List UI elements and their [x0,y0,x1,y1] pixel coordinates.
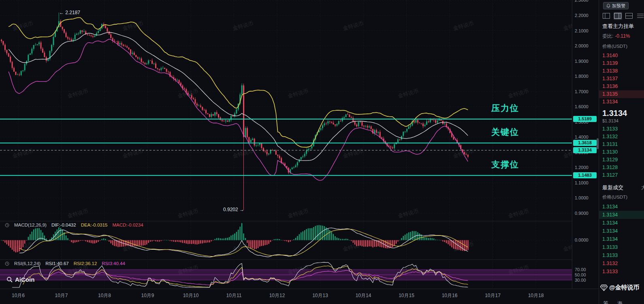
bid-row[interactable]: 1.3127 [599,171,644,179]
last-price-badge: 1.3134 [573,147,597,153]
trade-row[interactable]: 1.3133 [599,268,644,276]
last-price-block: 1.3134 $1.3134 [599,106,644,125]
price-axis-label: 1.4000 [575,135,589,139]
price-axis-label: 0.9000 [575,211,589,216]
aicoin-logo-text: AiCoin [15,276,34,283]
trade-row[interactable]: 1.3134 [599,227,644,235]
ask-row[interactable]: 1.3134 [599,98,644,106]
candles-layer [1,13,469,210]
macd-dif-value: DIF:-0.0432 [51,223,76,227]
bell-icon [606,4,610,8]
rsi-legend: RSI(6,12,24) RSI1:40.67 RSI2:36.12 RSI3:… [5,261,125,266]
time-axis-label: 10月8 [98,292,111,299]
bid-row[interactable]: 1.3132 [599,133,644,141]
trade-list: 1.31341.31341.31341.31341.31341.31331.31… [599,203,644,276]
trade-size-filter[interactable]: 大 [641,183,644,192]
trade-row[interactable]: 1.3132 [599,259,644,268]
rsi-title: RSI(6,12,24) [14,261,41,266]
last-price-usd: $1.3134 [602,118,644,124]
trades-price-header: 价格(USDT) [599,192,644,203]
chart-region[interactable]: 金特说币金特说币金特说币金特说币金特说币金特说币金特说币金特说币金特说币金特说币… [0,0,572,304]
ask-row[interactable]: 1.3137 [599,75,644,83]
time-axis-label: 10月13 [312,292,328,299]
add-alert-label: 加预警 [612,3,625,9]
aicoin-logo: AiCoin [6,276,34,283]
price-axis-label: 1.6000 [575,104,589,109]
time-axis-label: 10月11 [226,292,242,299]
sidebar-toolbar: 加预警 [599,0,644,11]
sidebar-bottom-tabs: 筹海 [603,300,623,304]
ask-list: 1.31401.31391.31381.31371.31361.31351.31… [599,52,644,106]
axis-separator [0,289,599,289]
layout-left-panel-icon[interactable] [602,12,611,20]
rsi-30-label: 30.00 [575,278,586,283]
magnifier-icon [6,276,13,283]
trade-row[interactable]: 1.3134 [599,211,644,219]
key-price-badge: 1.3618 [573,140,597,146]
price-axis-label: 2.0000 [575,43,589,48]
ask-row[interactable]: 1.3138 [599,67,644,75]
time-axis[interactable]: 10月610月710月810月910月1010月1110月1210月1310月1… [0,289,572,304]
macd-zero-label: 0.0000 [575,238,589,242]
price-axis-label: 2.1000 [575,28,589,33]
pressure-price-badge: 1.5189 [573,116,597,122]
bottom-tab[interactable]: 筹 [603,300,608,304]
macd-legend: MACD(12,26,9) DIF:-0.0432 DEA:-0.0315 MA… [5,223,143,227]
trade-row[interactable]: 1.3133 [599,243,644,251]
price-axis-label: 1.1000 [575,180,589,185]
time-axis-label: 10月7 [55,292,68,299]
list-view-icon[interactable] [636,12,644,20]
view-main-orders-link[interactable]: 查看主力挂单 [599,21,644,32]
rsi1-value: RSI1:40.67 [45,261,69,266]
order-ratio: 委比:-0.11% [599,32,644,41]
indicator-settings-icon[interactable] [5,223,9,227]
bid-row[interactable]: 1.3130 [599,148,644,156]
bid-row[interactable]: 1.3128 [599,164,644,171]
pressure-level-label: 压力位 [491,103,519,114]
price-axis-label: 2.3000 [575,0,589,2]
trade-row[interactable]: 1.3134 [599,203,644,211]
trades-title: 最新成交 [602,184,623,191]
time-axis-label: 10月9 [141,292,154,299]
candlestick-chart[interactable] [0,0,572,304]
macd-hist-value: MACD:-0.0234 [112,223,143,227]
layout-right-panel-icon[interactable] [614,12,622,20]
macd-title: MACD(12,26,9) [14,223,47,227]
trade-row[interactable]: 1.3133 [599,251,644,259]
order-ratio-label: 委比: [602,33,613,39]
trade-row[interactable]: 1.3134 [599,219,644,227]
bid-row[interactable]: 1.3131 [599,141,644,148]
bid-row[interactable]: 1.3133 [599,125,644,133]
peak-price-annotation: ← 2.2187 [59,10,80,15]
trough-price-annotation: 0.9202 → [223,207,244,212]
indicator-settings-icon[interactable] [5,261,9,266]
layout-icons-row [599,11,644,21]
rsi-70-label: 70.00 [575,267,586,272]
ask-row[interactable]: 1.3140 [599,52,644,60]
last-price: 1.3134 [602,108,644,118]
rsi3-value: RSI3:40.44 [102,261,125,266]
time-axis-label: 10月15 [399,292,414,299]
ask-row[interactable]: 1.3139 [599,60,644,67]
time-axis-label: 10月18 [528,292,544,299]
ask-row[interactable]: 1.3135 [599,90,644,98]
price-axis-label: 1.9000 [575,59,589,64]
ask-row[interactable]: 1.3136 [599,83,644,90]
bottom-tab[interactable]: 海 [617,300,623,304]
macd-dea-value: DEA:-0.0315 [81,223,108,227]
add-alert-button[interactable]: 加预警 [603,2,629,9]
price-axis-label: 1.0000 [575,195,589,200]
price-axis-label: 1.2000 [575,165,589,170]
key-level-label: 关键位 [491,126,519,138]
time-axis-label: 10月12 [269,292,285,299]
chart-canvas[interactable] [0,0,572,304]
support-level-label: 支撑位 [491,159,519,170]
orderbook-price-header: 价格(USDT) [599,41,644,52]
layout-split-icon[interactable] [625,12,633,20]
trades-title-row: 最新成交 大 [599,183,644,192]
trade-row[interactable]: 1.3134 [599,235,644,243]
bid-row[interactable]: 1.3129 [599,156,644,164]
brand-handle: @金特说币 [609,284,640,291]
price-axis-label: 2.2000 [575,13,589,18]
price-axis[interactable]: 0.90001.00001.10001.20001.30001.40001.50… [572,0,599,289]
